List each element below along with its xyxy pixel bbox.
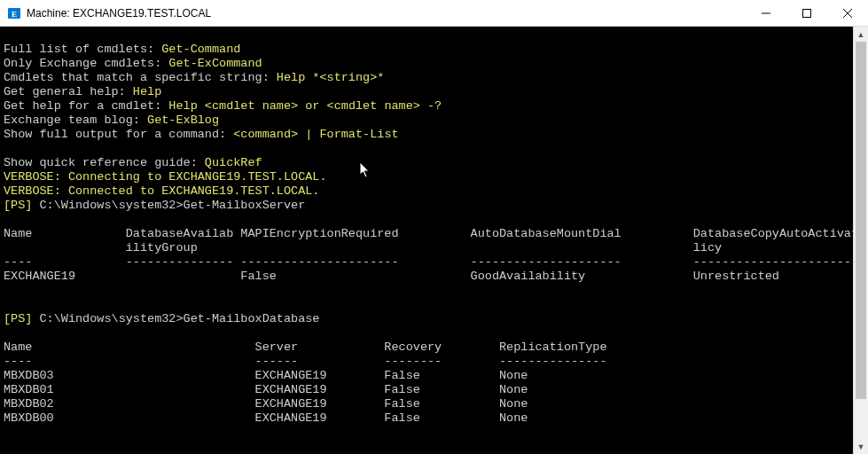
prompt-ps: [PS] xyxy=(4,312,40,325)
prompt-cmd: Get-MailboxServer xyxy=(184,199,306,212)
verbose-line: VERBOSE: Connected to EXCHANGE19.TEST.LO… xyxy=(4,184,319,198)
terminal-output[interactable]: Full list of cmdlets: Get-Command Only E… xyxy=(0,27,853,454)
help-line: Only Exchange cmdlets: xyxy=(4,57,168,70)
help-cmd: Help xyxy=(133,85,161,98)
svg-text:E: E xyxy=(12,10,17,19)
help-line: Get help for a cmdlet: xyxy=(4,99,168,113)
help-cmd: Get-ExCommand xyxy=(168,57,262,70)
title-bar: E Machine: EXCHANGE19.TEST.LOCAL xyxy=(0,0,868,27)
help-line: Exchange team blog: xyxy=(4,114,147,127)
app-icon: E xyxy=(7,6,21,20)
svg-rect-3 xyxy=(803,9,811,17)
help-line: Get general help: xyxy=(4,85,133,98)
maximize-button[interactable] xyxy=(786,0,827,27)
close-button[interactable] xyxy=(827,0,868,27)
verbose-line: VERBOSE: Connecting to EXCHANGE19.TEST.L… xyxy=(4,170,327,184)
scrollbar-thumb[interactable] xyxy=(856,42,866,399)
help-cmd: <command> | Format-List xyxy=(233,128,398,141)
minimize-button[interactable] xyxy=(746,0,786,27)
prompt-ps: [PS] xyxy=(4,199,40,212)
help-cmd: Help <cmdlet name> or <cmdlet name> -? xyxy=(168,99,442,113)
prompt-path: C:\Windows\system32> xyxy=(40,199,184,212)
help-cmd: Help *<string>* xyxy=(277,71,385,84)
help-cmd: Get-Command xyxy=(161,43,240,56)
window-title: Machine: EXCHANGE19.TEST.LOCAL xyxy=(27,7,211,20)
help-line: Cmdlets that match a specific string: xyxy=(4,71,277,84)
scrollbar-track[interactable] xyxy=(854,42,868,439)
help-line: Full list of cmdlets: xyxy=(4,43,161,56)
scroll-down-arrow[interactable]: ▼ xyxy=(854,439,868,454)
prompt-cmd: Get-MailboxDatabase xyxy=(184,312,320,325)
scroll-up-arrow[interactable]: ▲ xyxy=(854,27,868,42)
help-line: Show quick reference guide: xyxy=(4,156,205,169)
help-cmd: QuickRef xyxy=(205,156,262,169)
help-cmd: Get-ExBlog xyxy=(147,114,219,127)
help-line: Show full output for a command: xyxy=(4,128,233,141)
prompt-path: C:\Windows\system32> xyxy=(40,312,184,325)
vertical-scrollbar[interactable]: ▲ ▼ xyxy=(853,27,868,454)
